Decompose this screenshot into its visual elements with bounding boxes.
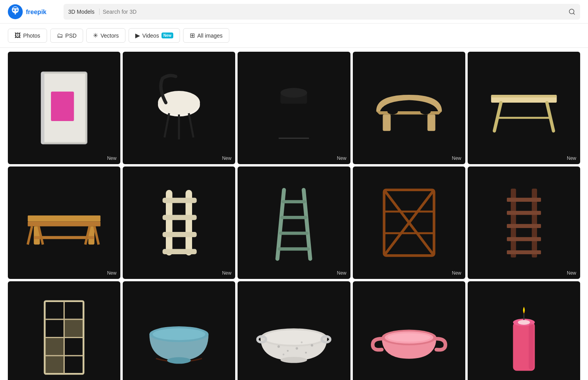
tab-photos-label: Photos — [23, 33, 40, 39]
svg-rect-45 — [163, 198, 197, 203]
freepik-logo-icon: f — [8, 4, 23, 19]
grid-item-tiered-shelf-dark[interactable]: New — [468, 166, 580, 279]
svg-point-28 — [420, 108, 431, 115]
svg-point-79 — [264, 330, 325, 345]
svg-point-86 — [301, 342, 303, 344]
tab-videos[interactable]: ▶ Videos New — [129, 28, 180, 43]
svg-rect-13 — [41, 72, 44, 144]
svg-rect-62 — [507, 198, 541, 202]
grid-item-wooden-table-small[interactable]: New — [353, 52, 465, 164]
svg-point-5 — [16, 9, 18, 11]
item-badge-8: New — [337, 270, 347, 276]
header: f freepik 3D Models — [0, 0, 588, 24]
svg-rect-46 — [163, 215, 197, 220]
svg-line-42 — [94, 226, 99, 244]
tab-vectors[interactable]: ✳ Vectors — [86, 28, 125, 43]
tab-photos[interactable]: 🖼 Photos — [8, 29, 47, 43]
search-bar: 3D Models — [64, 4, 580, 20]
freepik-wordmark: freepik — [26, 7, 57, 16]
item-badge-3: New — [337, 156, 347, 161]
svg-rect-97 — [529, 324, 534, 370]
svg-point-76 — [153, 329, 205, 340]
svg-point-4 — [13, 9, 15, 11]
svg-point-82 — [296, 347, 298, 350]
svg-rect-66 — [507, 250, 541, 254]
item-badge-7: New — [222, 270, 231, 276]
grid-item-shelf-beige[interactable]: New — [123, 166, 235, 279]
svg-line-31 — [494, 103, 501, 131]
grid-item-pink-bowl[interactable]: New — [353, 281, 465, 380]
grid-item-bench[interactable]: New — [8, 166, 120, 279]
svg-rect-65 — [507, 237, 541, 241]
grid-item-notebook[interactable]: New — [8, 52, 120, 164]
svg-line-22 — [303, 104, 309, 138]
search-icon — [568, 8, 575, 15]
svg-rect-26 — [427, 114, 435, 131]
search-input[interactable] — [103, 9, 565, 15]
svg-line-32 — [547, 103, 554, 131]
tab-all-images[interactable]: ⊞ All images — [183, 28, 229, 43]
svg-point-92 — [388, 333, 430, 342]
svg-rect-73 — [65, 320, 83, 337]
videos-new-badge: New — [162, 33, 174, 38]
item-badge-4: New — [452, 156, 461, 161]
item-badge-10: New — [567, 270, 576, 276]
grid-item-folding-table[interactable]: New — [468, 52, 580, 164]
svg-point-20 — [281, 88, 307, 98]
svg-rect-48 — [163, 249, 197, 254]
search-button[interactable] — [568, 8, 575, 15]
svg-point-80 — [278, 346, 280, 348]
svg-point-27 — [387, 108, 398, 115]
svg-point-77 — [167, 357, 191, 364]
nav-tabs: 🖼 Photos 🗂 PSD ✳ Vectors ▶ Videos New ⊞ … — [0, 24, 588, 48]
psd-icon: 🗂 — [57, 32, 63, 39]
image-grid: New New — [0, 48, 588, 380]
svg-point-81 — [287, 350, 289, 352]
svg-rect-47 — [163, 232, 197, 237]
svg-point-84 — [311, 344, 313, 347]
grid-item-candle[interactable]: New — [468, 281, 580, 380]
tab-all-images-label: All images — [197, 33, 223, 39]
item-badge-6: New — [107, 270, 116, 276]
grid-item-stool[interactable]: New — [123, 52, 235, 164]
grid-item-xshelf-brown[interactable]: New — [353, 166, 465, 279]
grid-item-speckled-bowl[interactable]: New — [238, 281, 350, 380]
videos-icon: ▶ — [135, 32, 140, 39]
svg-point-83 — [305, 352, 307, 354]
search-category-label: 3D Models — [68, 9, 100, 15]
svg-line-39 — [28, 226, 32, 244]
svg-rect-25 — [383, 114, 390, 131]
svg-line-9 — [573, 13, 574, 14]
svg-line-21 — [279, 104, 285, 138]
item-badge-9: New — [452, 270, 461, 276]
photo-icon: 🖼 — [15, 32, 21, 39]
tab-vectors-label: Vectors — [100, 33, 119, 39]
svg-point-95 — [518, 320, 530, 325]
item-badge-2: New — [222, 156, 231, 161]
vectors-icon: ✳ — [93, 32, 98, 39]
svg-point-85 — [283, 354, 285, 356]
svg-line-17 — [189, 113, 194, 138]
tab-psd[interactable]: 🗂 PSD — [50, 29, 83, 43]
tab-psd-label: PSD — [65, 33, 77, 39]
tab-videos-label: Videos — [142, 33, 159, 39]
logo[interactable]: f freepik — [8, 4, 57, 19]
grid-item-barstool-dark[interactable]: New — [238, 52, 350, 164]
all-images-icon: ⊞ — [190, 32, 195, 39]
grid-item-modular-bookcase[interactable]: New — [8, 281, 120, 380]
item-badge-1: New — [107, 156, 116, 161]
svg-rect-34 — [28, 215, 101, 221]
svg-rect-64 — [507, 224, 541, 228]
grid-item-blue-bowl[interactable]: New — [123, 281, 235, 380]
grid-item-ladder-shelf-green[interactable]: New — [238, 166, 350, 279]
svg-rect-35 — [28, 222, 101, 226]
svg-rect-38 — [34, 236, 94, 239]
svg-line-16 — [165, 113, 169, 138]
svg-rect-63 — [507, 211, 541, 215]
svg-text:freepik: freepik — [26, 9, 47, 15]
svg-rect-12 — [51, 92, 74, 121]
svg-rect-72 — [45, 338, 64, 355]
svg-point-89 — [281, 357, 307, 363]
svg-rect-6 — [14, 12, 16, 13]
item-badge-5: New — [567, 156, 576, 161]
